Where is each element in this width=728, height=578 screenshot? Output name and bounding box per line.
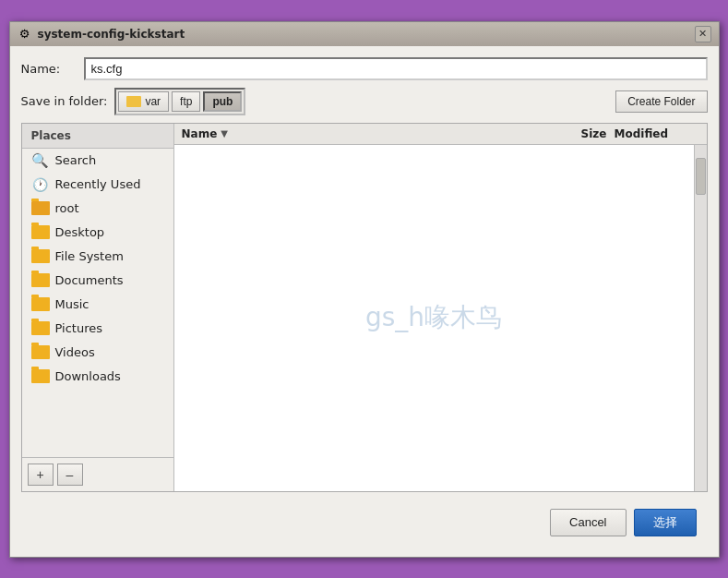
sidebar-item-recently-used-label: Recently Used: [55, 177, 141, 191]
main-area: Places 🔍 Search 🕐 Recently Used: [21, 123, 708, 492]
sidebar-item-pictures-label: Pictures: [55, 321, 102, 335]
sidebar-item-pictures[interactable]: Pictures: [22, 317, 173, 341]
breadcrumb-var-label: var: [145, 95, 161, 108]
folder-pictures-icon: [31, 321, 50, 336]
add-bookmark-button[interactable]: +: [28, 464, 54, 486]
app-icon: ⚙: [18, 27, 32, 42]
sidebar-item-root[interactable]: root: [22, 197, 173, 221]
column-size[interactable]: Size: [552, 127, 607, 140]
sidebar-item-documents[interactable]: Documents: [22, 269, 173, 293]
breadcrumb-var[interactable]: var: [118, 91, 169, 112]
name-input[interactable]: [84, 57, 708, 80]
scrollbar[interactable]: [694, 145, 707, 491]
folder-downloads-icon: [31, 369, 50, 384]
folder-row: Save in folder: var ftp pub Create Folde…: [21, 88, 708, 115]
folder-documents-icon: [31, 273, 50, 288]
scrollbar-thumb[interactable]: [696, 158, 706, 195]
sidebar-spacer: [22, 389, 173, 457]
sidebar-item-recently-used[interactable]: 🕐 Recently Used: [22, 173, 173, 197]
folder-music-icon: [31, 297, 50, 312]
column-name[interactable]: Name ▼: [182, 127, 552, 140]
sort-chevron-icon: ▼: [221, 128, 228, 138]
search-icon: 🔍: [31, 153, 50, 168]
name-row: Name:: [21, 57, 708, 80]
title-bar: ⚙ system-config-kickstart ✕: [10, 22, 719, 46]
column-name-label: Name: [182, 127, 218, 140]
sidebar-item-videos[interactable]: Videos: [22, 341, 173, 365]
sidebar-item-downloads[interactable]: Downloads: [22, 365, 173, 389]
sidebar-item-filesystem-label: File System: [55, 249, 124, 263]
file-area: Name ▼ Size Modified gs_h喙木鸟: [174, 124, 707, 491]
save-in-folder-label: Save in folder:: [21, 94, 108, 108]
save-dialog: ⚙ system-config-kickstart ✕ Name: Save i…: [9, 21, 720, 558]
close-button[interactable]: ✕: [695, 26, 711, 42]
folder-filesystem-icon: [31, 249, 50, 264]
sidebar-item-file-system[interactable]: File System: [22, 245, 173, 269]
sidebar-actions: + –: [22, 457, 173, 491]
remove-bookmark-button[interactable]: –: [57, 464, 83, 486]
sidebar-item-downloads-label: Downloads: [55, 369, 121, 383]
sidebar-item-music[interactable]: Music: [22, 293, 173, 317]
folder-breadcrumb: var ftp pub: [114, 88, 245, 115]
column-modified[interactable]: Modified: [607, 127, 699, 140]
name-label: Name:: [21, 62, 77, 76]
file-list: gs_h喙木鸟: [174, 145, 694, 491]
folder-desktop-icon: [31, 225, 50, 240]
folder-root-icon: [31, 201, 50, 216]
recently-used-icon: 🕐: [31, 177, 50, 192]
dialog-body: Name: Save in folder: var ftp pub Create…: [10, 46, 719, 557]
sidebar-item-desktop-label: Desktop: [55, 225, 105, 239]
sidebar: Places 🔍 Search 🕐 Recently Used: [22, 124, 174, 491]
create-folder-button[interactable]: Create Folder: [615, 90, 707, 113]
breadcrumb-ftp[interactable]: ftp: [172, 91, 200, 112]
breadcrumb-ftp-label: ftp: [180, 95, 192, 108]
sidebar-item-root-label: root: [55, 201, 79, 215]
breadcrumb-pub-label: pub: [212, 95, 233, 108]
sidebar-item-music-label: Music: [55, 297, 90, 311]
sidebar-header: Places: [22, 124, 173, 149]
file-list-header: Name ▼ Size Modified: [174, 124, 707, 145]
sidebar-item-desktop[interactable]: Desktop: [22, 221, 173, 245]
sidebar-item-videos-label: Videos: [55, 345, 95, 359]
sidebar-item-documents-label: Documents: [55, 273, 124, 287]
dialog-title: system-config-kickstart: [38, 28, 695, 41]
folder-videos-icon: [31, 345, 50, 360]
watermark: gs_h喙木鸟: [365, 300, 502, 335]
sidebar-item-search-label: Search: [55, 153, 97, 167]
cancel-button[interactable]: Cancel: [550, 509, 626, 536]
breadcrumb-pub[interactable]: pub: [203, 91, 242, 112]
folder-icon: [126, 96, 141, 107]
dialog-footer: Cancel 选择: [21, 500, 708, 546]
sidebar-item-search[interactable]: 🔍 Search: [22, 149, 173, 173]
open-button[interactable]: 选择: [634, 509, 697, 536]
